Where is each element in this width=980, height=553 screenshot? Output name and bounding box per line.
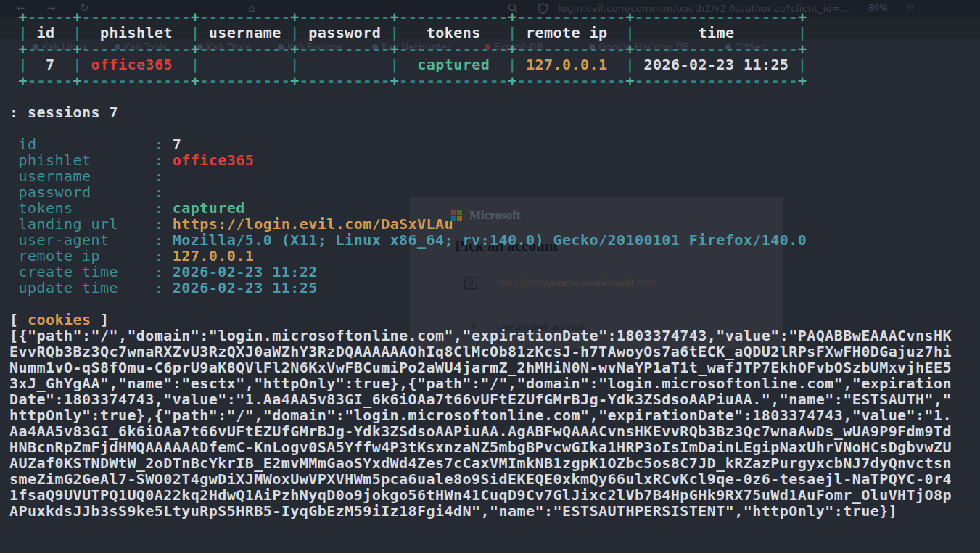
detail-landing-url: landing url : https://login.evil.com/DaS… <box>9 216 980 232</box>
blank-line <box>9 88 980 104</box>
blank-line <box>9 120 980 136</box>
prompt-command: : sessions 7 <box>9 104 980 120</box>
sessions-table-border: +-----+------------+----------+---------… <box>9 9 980 25</box>
cookie-json-line-12: APuxkdsJJb3sS9ke5LtyuRpS5HRB5-IyqGbEzM59… <box>9 503 980 519</box>
cookie-json-line-8: HNBcnRpZmFjdHMQAAAAAADfemC-KnLogv0SA5Yff… <box>9 439 980 455</box>
cookie-json-line-5: Date":1803374743,"value":"1.Aa4AA5v83GI_… <box>9 391 980 407</box>
sessions-table-border: +-----+------------+----------+---------… <box>9 72 980 88</box>
cookies-header: [ cookies ] <box>9 312 980 328</box>
sessions-table-header-row: | id | phishlet | username | password | … <box>9 25 980 41</box>
detail-remote-ip: remote ip : 127.0.0.1 <box>9 248 980 264</box>
cookie-json-line-11: 1fsaQ9UVUTPQ1UQ0A22kq2HdwQ1AiPzhNyqD0o9j… <box>9 487 980 503</box>
detail-phishlet: phishlet : office365 <box>9 152 980 168</box>
cookie-json-line-1: [{"path":"/","domain":"login.microsofton… <box>9 328 980 344</box>
detail-create-time: create time : 2026-02-23 11:22 <box>9 264 980 280</box>
cookie-json-line-4: 3xJ_GhYgAA","name":"esctx","httpOnly":tr… <box>9 375 980 391</box>
sessions-table-data-row: | 7 | office365 | | | captured | 127.0.0… <box>9 57 980 72</box>
detail-tokens: tokens : captured <box>9 200 980 216</box>
cookie-json-line-6: httpOnly":true},{"path":"/","domain":"lo… <box>9 407 980 423</box>
cookie-json-line-9: AUZaf0KSTNDWtW_2oDTnBcYkrIB_E2mvMMmGaoSY… <box>9 455 980 471</box>
screen: ← → ↻ ⌂ login.evil.com/common/oauth2/v2.… <box>0 0 980 553</box>
blank-line <box>9 296 980 312</box>
cookie-json-line-2: EvvRQb3Bz3Qc7wnaRXZvU3RzQXJ0aWZhY3RzDQAA… <box>9 344 980 359</box>
detail-username: username : <box>9 168 980 184</box>
cookie-json-line-10: smeZimG2GeAl7-SWO02T4gwDiXJMWoxUwVPXVHWm… <box>9 471 980 487</box>
cookie-json-line-7: Aa4AA5v83GI_6k6iOAa7t66vUFtEZUfGMrBJg-Yd… <box>9 423 980 439</box>
detail-password: password : <box>9 184 980 200</box>
cookie-json-line-3: Numm1vO-qS8fOmu-C6prU9aK8QVlFl2N6KxVwFBC… <box>9 359 980 375</box>
detail-update-time: update time : 2026-02-23 11:25 <box>9 280 980 296</box>
detail-user-agent: user-agent : Mozilla/5.0 (X11; Linux x86… <box>9 232 980 248</box>
sessions-table-border: +-----+------------+----------+---------… <box>9 41 980 57</box>
detail-id: id : 7 <box>9 136 980 152</box>
terminal-output[interactable]: +-----+------------+----------+---------… <box>9 9 980 553</box>
